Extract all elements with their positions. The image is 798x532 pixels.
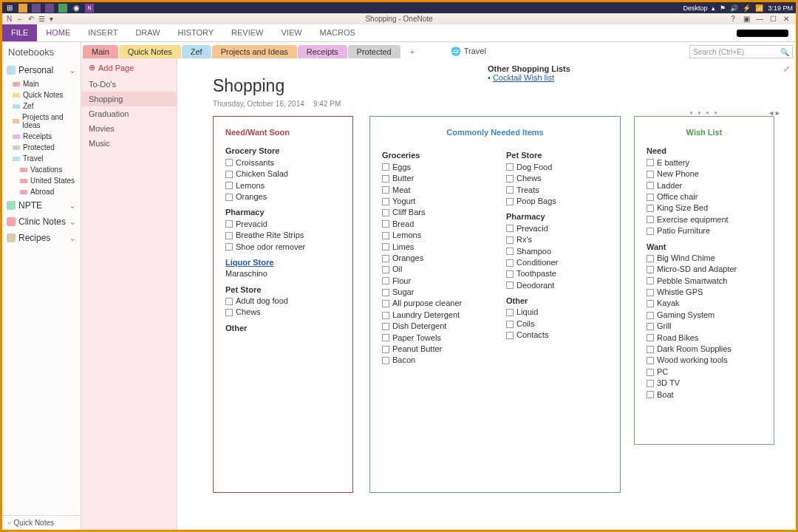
list-item[interactable]: Lemons: [382, 230, 484, 241]
qat-dropdown-icon[interactable]: ▾: [50, 15, 53, 23]
page-item[interactable]: Shopping: [81, 92, 177, 106]
ribbon-tab-history[interactable]: HISTORY: [169, 24, 223, 41]
list-item[interactable]: Grill: [647, 321, 762, 332]
list-item[interactable]: Prevacid: [506, 223, 608, 234]
list-item[interactable]: Coils: [506, 318, 608, 330]
checkbox[interactable]: [382, 346, 389, 353]
checkbox[interactable]: [647, 300, 654, 307]
ribbon-tab-review[interactable]: REVIEW: [222, 24, 272, 41]
checkbox[interactable]: [382, 163, 389, 171]
list-item[interactable]: Breathe Rite Strips: [225, 230, 341, 241]
commonly-needed-box[interactable]: Commonly Needed Items Groceries EggsButt…: [369, 116, 621, 493]
checkbox[interactable]: [506, 309, 514, 316]
list-item[interactable]: Prevacid: [225, 219, 341, 230]
checkbox[interactable]: [382, 232, 389, 239]
checkbox[interactable]: [506, 248, 514, 255]
checkbox[interactable]: [647, 228, 654, 235]
checkbox[interactable]: [382, 186, 389, 194]
list-item[interactable]: Contacts: [506, 330, 608, 341]
list-item[interactable]: Peanut Butter: [382, 344, 484, 355]
list-item[interactable]: Poop Bags: [506, 196, 608, 207]
checkbox[interactable]: [225, 182, 233, 189]
checkbox[interactable]: [506, 321, 514, 328]
list-item[interactable]: Micro-SD and Adapter: [647, 264, 762, 275]
list-item[interactable]: Shoe odor remover: [225, 242, 341, 253]
note-canvas[interactable]: Other Shopping Lists • Cocktail Wish lis…: [177, 58, 796, 530]
list-item[interactable]: Conditioner: [506, 257, 608, 268]
list-item[interactable]: Yogurt: [382, 196, 484, 207]
desktop-label[interactable]: Desktop: [683, 4, 707, 12]
checkbox[interactable]: [506, 198, 514, 205]
checkbox[interactable]: [382, 243, 389, 250]
list-item[interactable]: Croissants: [225, 157, 341, 168]
close-icon[interactable]: ✕: [781, 15, 791, 23]
checkbox[interactable]: [647, 323, 654, 330]
checkbox[interactable]: [382, 357, 389, 364]
page-item[interactable]: Graduation: [81, 106, 177, 121]
list-item[interactable]: Flour: [382, 276, 484, 287]
section-tab-protected[interactable]: Protected: [348, 45, 400, 58]
list-item[interactable]: Sugar: [382, 287, 484, 298]
checkbox[interactable]: [382, 209, 389, 216]
section-item[interactable]: Abroad: [2, 186, 81, 197]
checkbox[interactable]: [382, 312, 389, 319]
checkbox[interactable]: [647, 346, 654, 353]
list-item[interactable]: Gaming System: [647, 310, 762, 321]
checkbox[interactable]: [225, 232, 233, 239]
section-item[interactable]: United States: [2, 175, 81, 186]
page-item[interactable]: Movies: [81, 121, 177, 136]
section-item[interactable]: Protected: [2, 142, 81, 153]
container-handle[interactable]: ● ● ● ●◄►: [635, 109, 774, 117]
list-item[interactable]: Lemons: [225, 180, 341, 191]
checkbox[interactable]: [506, 236, 514, 244]
checkbox[interactable]: [382, 266, 389, 273]
list-item[interactable]: Maraschino: [225, 268, 341, 279]
minimize-icon[interactable]: —: [754, 15, 765, 23]
quicknotes-footer[interactable]: ▫Quick Notes: [2, 515, 81, 530]
checkbox[interactable]: [647, 216, 654, 223]
list-item[interactable]: Pebble Smartwatch: [647, 276, 762, 287]
checkbox[interactable]: [647, 357, 654, 364]
ribbon-tab-draw[interactable]: DRAW: [126, 24, 168, 41]
list-item[interactable]: New Phone: [647, 168, 762, 180]
chrome-icon[interactable]: ◉: [72, 4, 81, 13]
start-icon[interactable]: ⊞: [5, 4, 14, 13]
page-title[interactable]: Shopping: [213, 76, 284, 96]
checkbox[interactable]: [647, 369, 654, 376]
ribbon-tab-file[interactable]: FILE: [2, 24, 37, 41]
notebook-item[interactable]: NPTE⌄: [2, 197, 81, 214]
section-item[interactable]: Travel: [2, 153, 81, 164]
list-item[interactable]: Oranges: [225, 191, 341, 202]
checkbox[interactable]: [382, 198, 389, 205]
clock[interactable]: 3:19 PM: [768, 4, 793, 12]
tray-icon[interactable]: ⚑: [720, 4, 726, 12]
list-item[interactable]: Chews: [506, 173, 608, 184]
page-item[interactable]: To-Do's: [81, 77, 177, 92]
checkbox[interactable]: [382, 220, 389, 228]
page-item[interactable]: Music: [81, 136, 177, 151]
checkbox[interactable]: [506, 175, 514, 183]
section-item[interactable]: Projects and Ideas: [2, 112, 81, 131]
list-item[interactable]: Dog Food: [506, 162, 608, 173]
ribbon-tab-insert[interactable]: INSERT: [79, 24, 126, 41]
list-item[interactable]: Liquid: [506, 307, 608, 318]
list-item[interactable]: 3D TV: [647, 378, 762, 389]
checkbox[interactable]: [647, 159, 654, 166]
cocktail-link[interactable]: Cocktail Wish list: [493, 73, 554, 82]
wish-list-box[interactable]: ● ● ● ●◄► Wish List Need E batteryNew Ph…: [634, 116, 774, 445]
onenote-icon[interactable]: N: [85, 4, 94, 13]
checkbox[interactable]: [647, 194, 654, 201]
back-icon[interactable]: ←: [16, 15, 24, 23]
checkbox[interactable]: [506, 282, 514, 289]
need-want-box[interactable]: Need/Want Soon Grocery Store CroissantsC…: [213, 116, 353, 493]
checkbox[interactable]: [647, 171, 654, 178]
list-item[interactable]: Rx's: [506, 234, 608, 245]
maximize-icon[interactable]: ☐: [768, 15, 778, 23]
list-item[interactable]: Big Wind Chime: [647, 253, 762, 264]
search-input[interactable]: Search (Ctrl+E)🔍: [689, 45, 793, 58]
checkbox[interactable]: [382, 277, 389, 284]
list-item[interactable]: Exercise equipment: [647, 214, 762, 225]
section-item[interactable]: Quick Notes: [2, 89, 81, 100]
app-icon[interactable]: [32, 4, 41, 13]
checkbox[interactable]: [647, 312, 654, 319]
